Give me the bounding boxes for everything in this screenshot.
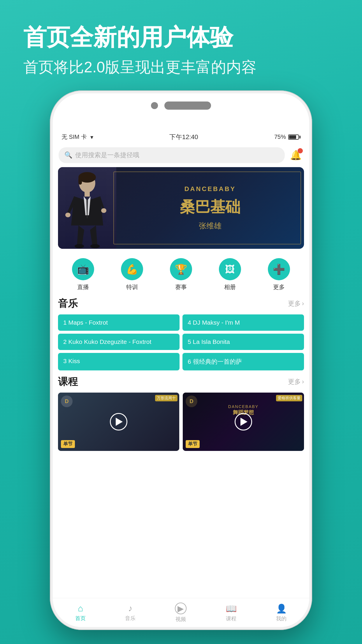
music-item-2[interactable]: 2 Kuko Kuko Dzeguzite - Foxtrot <box>58 334 180 350</box>
live-label: 直播 <box>77 283 89 291</box>
quick-item-live[interactable]: 📺 直播 <box>72 258 94 291</box>
notification-badge <box>298 148 303 153</box>
search-icon: 🔍 <box>64 151 72 159</box>
competition-icon-circle: 🏆 <box>170 258 192 280</box>
music-item-5[interactable]: 5 La Isla Bonita <box>182 334 304 350</box>
course-section-title: 课程 <box>58 375 78 388</box>
nav-item-video[interactable]: ▶ 视频 <box>169 600 192 625</box>
live-icon-circle: 📺 <box>72 258 94 280</box>
promo-title: 首页全新的用户体验 <box>23 23 339 51</box>
speaker <box>164 102 211 110</box>
bottom-navigation: ⌂ 首页 ♪ 音乐 ▶ 视频 📖 课程 <box>53 598 309 627</box>
camera-lens <box>151 102 158 109</box>
quick-item-training[interactable]: 💪 特训 <box>121 258 143 291</box>
course-nav-label: 课程 <box>226 615 236 622</box>
phone-inner: 无 SIM 卡 ▾ 下午12:40 75% <box>53 93 309 627</box>
course-tag-2: 爱格班供客量 <box>276 395 302 401</box>
notification-button[interactable]: 🔔 <box>288 148 303 163</box>
battery-percent: 75% <box>274 134 286 140</box>
status-right: 75% <box>274 134 301 140</box>
promo-subtitle: 首页将比2.0版呈现出更丰富的内容 <box>23 57 339 78</box>
banner-brand: DANCEBABY <box>122 185 299 193</box>
search-row: 🔍 使用搜索是一条捷径哦 🔔 <box>53 144 309 167</box>
competition-label: 赛事 <box>175 283 187 291</box>
profile-nav-label: 我的 <box>276 615 287 622</box>
banner-title: 桑巴基础 <box>122 197 299 217</box>
music-nav-label: 音乐 <box>125 615 136 622</box>
quick-item-competition[interactable]: 🏆 赛事 <box>170 258 192 291</box>
play-triangle-icon <box>116 418 123 426</box>
status-time: 下午12:40 <box>169 133 198 141</box>
course-grid: D 万形流周十 单节 D 爱 <box>58 393 304 451</box>
training-label: 特训 <box>126 283 138 291</box>
search-placeholder: 使用搜索是一条捷径哦 <box>75 151 139 160</box>
svg-point-5 <box>101 208 106 213</box>
dancer-silhouette <box>58 167 116 249</box>
course-badge-2: 单节 <box>186 440 200 448</box>
nav-item-course[interactable]: 📖 课程 <box>220 601 242 624</box>
play-button-2[interactable] <box>235 413 252 430</box>
phone-camera-area <box>151 102 211 110</box>
music-more-button[interactable]: 更多 › <box>288 299 304 308</box>
phone-container: 无 SIM 卡 ▾ 下午12:40 75% <box>50 90 312 630</box>
quick-item-album[interactable]: 🖼 相册 <box>219 258 241 291</box>
course-item-2[interactable]: D 爱格班供客量 DANCEBABY 舞蹈梦想 单节 <box>183 393 304 451</box>
banner[interactable]: DANCEBABY 桑巴基础 张维雄 <box>58 167 304 249</box>
svg-rect-3 <box>85 191 90 197</box>
svg-point-4 <box>65 213 71 217</box>
play-triangle-icon-2 <box>240 418 247 426</box>
video-nav-label: 视频 <box>175 616 186 623</box>
banner-subtitle: 张维雄 <box>122 221 299 231</box>
music-nav-icon: ♪ <box>128 603 133 613</box>
sim-status: 无 SIM 卡 <box>61 133 87 141</box>
music-item-6[interactable]: 6 很经典的一首的萨 <box>182 353 304 370</box>
svg-rect-2 <box>78 177 82 185</box>
course-more-button[interactable]: 更多 › <box>288 377 304 386</box>
album-label: 相册 <box>224 283 236 291</box>
svg-point-6 <box>75 244 84 248</box>
course-badge-1: 单节 <box>61 440 75 448</box>
course-logo-1: D <box>61 396 73 407</box>
course-logo-2: D <box>186 396 197 407</box>
banner-content: DANCEBABY 桑巴基础 张维雄 <box>116 179 304 237</box>
profile-nav-icon: 👤 <box>276 603 287 614</box>
battery-icon <box>288 134 301 140</box>
home-nav-label: 首页 <box>75 615 86 622</box>
music-section-header: 音乐 更多 › <box>58 297 304 310</box>
more-label: 更多 <box>273 283 285 291</box>
phone-screen: 无 SIM 卡 ▾ 下午12:40 75% <box>53 128 309 627</box>
nav-item-music[interactable]: ♪ 音乐 <box>119 601 141 624</box>
course-nav-icon: 📖 <box>226 603 237 614</box>
banner-person <box>58 167 116 249</box>
promo-area: 首页全新的用户体验 首页将比2.0版呈现出更丰富的内容 <box>23 23 339 78</box>
home-nav-icon: ⌂ <box>78 603 83 613</box>
music-item-3[interactable]: 3 Kiss <box>58 353 180 370</box>
status-bar: 无 SIM 卡 ▾ 下午12:40 75% <box>53 128 309 144</box>
music-section: 音乐 更多 › 1 Maps - Foxtrot 4 DJ Maksy - I'… <box>53 297 309 375</box>
course-item-1[interactable]: D 万形流周十 单节 <box>58 393 179 451</box>
more-icon-circle: ➕ <box>268 258 290 280</box>
course-section-header: 课程 更多 › <box>58 375 304 388</box>
video-nav-icon: ▶ <box>175 603 187 614</box>
status-left: 无 SIM 卡 ▾ <box>61 133 93 141</box>
phone-body: 无 SIM 卡 ▾ 下午12:40 75% <box>50 90 312 630</box>
search-box[interactable]: 🔍 使用搜索是一条捷径哦 <box>59 147 285 163</box>
svg-point-7 <box>90 244 100 248</box>
wifi-icon: ▾ <box>90 134 93 141</box>
music-grid: 1 Maps - Foxtrot 4 DJ Maksy - I'm M 2 Ku… <box>58 314 304 370</box>
album-icon-circle: 🖼 <box>219 258 241 280</box>
music-item-1[interactable]: 1 Maps - Foxtrot <box>58 314 180 331</box>
quick-item-more[interactable]: ➕ 更多 <box>268 258 290 291</box>
quick-icons-row: 📺 直播 💪 特训 🏆 赛事 🖼 相册 <box>53 254 309 297</box>
nav-item-profile[interactable]: 👤 我的 <box>270 601 293 624</box>
music-item-4[interactable]: 4 DJ Maksy - I'm M <box>182 314 304 331</box>
course-section: 课程 更多 › D 万形流周十 <box>53 375 309 454</box>
nav-item-home[interactable]: ⌂ 首页 <box>69 601 92 624</box>
course-thumb-2: D 爱格班供客量 DANCEBABY 舞蹈梦想 单节 <box>183 393 304 451</box>
play-button-1[interactable] <box>110 413 127 430</box>
training-icon-circle: 💪 <box>121 258 143 280</box>
course-thumb-1: D 万形流周十 单节 <box>58 393 179 451</box>
course-tag-1: 万形流周十 <box>155 395 178 401</box>
music-section-title: 音乐 <box>58 297 78 310</box>
